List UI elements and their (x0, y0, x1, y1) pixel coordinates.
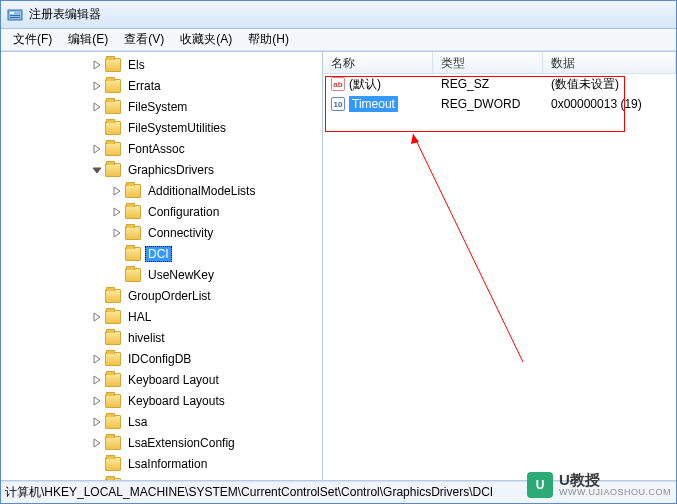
registry-value-row[interactable]: 10TimeoutREG_DWORD0x00000013 (19) (323, 94, 676, 114)
tree-item-label: HAL (125, 309, 154, 325)
svg-marker-5 (411, 134, 419, 144)
column-header-name[interactable]: 名称 (323, 52, 433, 73)
chevron-right-icon[interactable] (91, 437, 103, 449)
tree-item-label: UseNewKey (145, 267, 217, 283)
list-pane[interactable]: 名称 类型 数据 ab(默认)REG_SZ(数值未设置)10TimeoutREG… (323, 52, 676, 480)
tree-item-label: FileSystemUtilities (125, 120, 229, 136)
tree-item[interactable]: MediaCategories (1, 474, 322, 480)
value-name: (默认) (349, 76, 381, 93)
status-path: 计算机\HKEY_LOCAL_MACHINE\SYSTEM\CurrentCon… (5, 484, 493, 501)
chevron-right-icon[interactable] (111, 227, 123, 239)
tree-item[interactable]: IDConfigDB (1, 348, 322, 369)
folder-icon (105, 310, 121, 324)
tree-item-label: hivelist (125, 330, 168, 346)
svg-rect-2 (10, 15, 20, 16)
tree-item-label: GraphicsDrivers (125, 162, 217, 178)
list-body: ab(默认)REG_SZ(数值未设置)10TimeoutREG_DWORD0x0… (323, 74, 676, 114)
svg-rect-1 (10, 12, 14, 14)
chevron-right-icon[interactable] (91, 143, 103, 155)
chevron-right-icon[interactable] (91, 353, 103, 365)
tree-item[interactable]: FileSystem (1, 96, 322, 117)
chevron-right-icon[interactable] (91, 395, 103, 407)
folder-icon (125, 205, 141, 219)
folder-icon (105, 352, 121, 366)
annotation-arrow (323, 52, 663, 472)
chevron-down-icon[interactable] (91, 164, 103, 176)
string-value-icon: ab (331, 77, 345, 91)
chevron-right-icon[interactable] (111, 206, 123, 218)
folder-icon (105, 58, 121, 72)
tree-item-label: Connectivity (145, 225, 216, 241)
tree-item-label: AdditionalModeLists (145, 183, 258, 199)
tree-item[interactable]: FileSystemUtilities (1, 117, 322, 138)
tree-item-label: Els (125, 57, 148, 73)
tree-item[interactable]: Connectivity (1, 222, 322, 243)
tree-item-label: Configuration (145, 204, 222, 220)
tree-pane[interactable]: ElsErrataFileSystemFileSystemUtilitiesFo… (1, 52, 323, 480)
tree-item[interactable]: AdditionalModeLists (1, 180, 322, 201)
chevron-right-icon[interactable] (91, 416, 103, 428)
folder-icon (105, 436, 121, 450)
menu-edit[interactable]: 编辑(E) (60, 29, 116, 50)
tree-item[interactable]: Errata (1, 75, 322, 96)
column-header-type[interactable]: 类型 (433, 52, 543, 73)
chevron-right-icon[interactable] (91, 59, 103, 71)
folder-icon (105, 163, 121, 177)
list-header: 名称 类型 数据 (323, 52, 676, 74)
svg-line-4 (413, 134, 523, 362)
tree-item[interactable]: Els (1, 54, 322, 75)
menu-favorites[interactable]: 收藏夹(A) (172, 29, 240, 50)
tree-item-label: Keyboard Layout (125, 372, 222, 388)
chevron-right-icon[interactable] (91, 80, 103, 92)
menu-file[interactable]: 文件(F) (5, 29, 60, 50)
tree-item[interactable]: FontAssoc (1, 138, 322, 159)
tree-item[interactable]: LsaInformation (1, 453, 322, 474)
content-area: ElsErrataFileSystemFileSystemUtilitiesFo… (1, 51, 676, 481)
folder-icon (105, 79, 121, 93)
folder-icon (105, 394, 121, 408)
app-icon (7, 7, 23, 23)
titlebar[interactable]: 注册表编辑器 (1, 1, 676, 29)
tree-item-label: DCI (145, 246, 172, 262)
menu-view[interactable]: 查看(V) (116, 29, 172, 50)
menu-help[interactable]: 帮助(H) (240, 29, 297, 50)
window-frame: 注册表编辑器 文件(F) 编辑(E) 查看(V) 收藏夹(A) 帮助(H) El… (0, 0, 677, 504)
tree-item[interactable]: Configuration (1, 201, 322, 222)
tree-item[interactable]: LsaExtensionConfig (1, 432, 322, 453)
window-title: 注册表编辑器 (29, 6, 101, 23)
folder-icon (105, 457, 121, 471)
tree-item-label: LsaExtensionConfig (125, 435, 238, 451)
tree-item-label: MediaCategories (125, 477, 222, 481)
tree-item-label: IDConfigDB (125, 351, 194, 367)
tree-item-label: GroupOrderList (125, 288, 214, 304)
statusbar: 计算机\HKEY_LOCAL_MACHINE\SYSTEM\CurrentCon… (1, 481, 676, 503)
chevron-right-icon[interactable] (91, 374, 103, 386)
tree-item[interactable]: GroupOrderList (1, 285, 322, 306)
value-data: 0x00000013 (19) (543, 95, 676, 113)
registry-value-row[interactable]: ab(默认)REG_SZ(数值未设置) (323, 74, 676, 94)
chevron-right-icon[interactable] (91, 101, 103, 113)
tree-item[interactable]: HAL (1, 306, 322, 327)
tree-item[interactable]: Keyboard Layouts (1, 390, 322, 411)
tree-item[interactable]: GraphicsDrivers (1, 159, 322, 180)
tree-item[interactable]: Keyboard Layout (1, 369, 322, 390)
column-header-data[interactable]: 数据 (543, 52, 676, 73)
folder-icon (105, 331, 121, 345)
folder-icon (125, 226, 141, 240)
tree-item[interactable]: hivelist (1, 327, 322, 348)
folder-icon (105, 373, 121, 387)
value-type: REG_SZ (433, 75, 543, 93)
dword-value-icon: 10 (331, 97, 345, 111)
chevron-right-icon[interactable] (91, 311, 103, 323)
tree-item[interactable]: DCI (1, 243, 322, 264)
tree-item[interactable]: UseNewKey (1, 264, 322, 285)
value-type: REG_DWORD (433, 95, 543, 113)
tree-item[interactable]: Lsa (1, 411, 322, 432)
tree-item-label: LsaInformation (125, 456, 210, 472)
chevron-right-icon[interactable] (111, 185, 123, 197)
menubar: 文件(F) 编辑(E) 查看(V) 收藏夹(A) 帮助(H) (1, 29, 676, 51)
folder-icon (125, 268, 141, 282)
folder-icon (125, 247, 141, 261)
tree-item-label: Keyboard Layouts (125, 393, 228, 409)
chevron-right-icon[interactable] (91, 479, 103, 481)
